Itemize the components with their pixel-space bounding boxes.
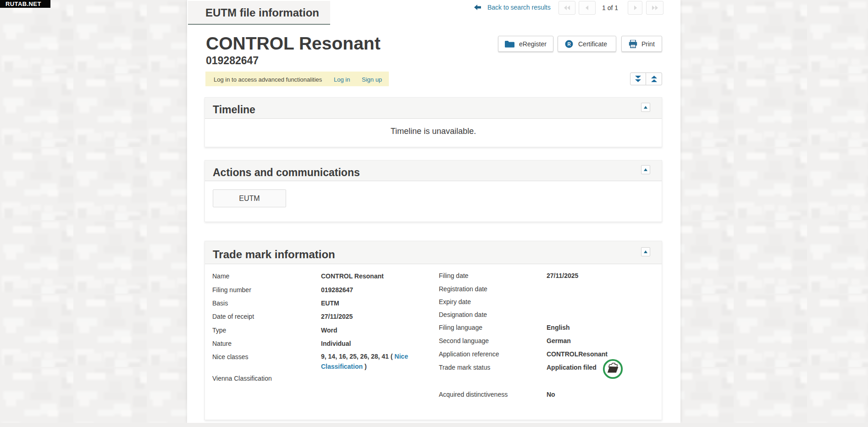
svg-text:R: R: [567, 42, 571, 47]
